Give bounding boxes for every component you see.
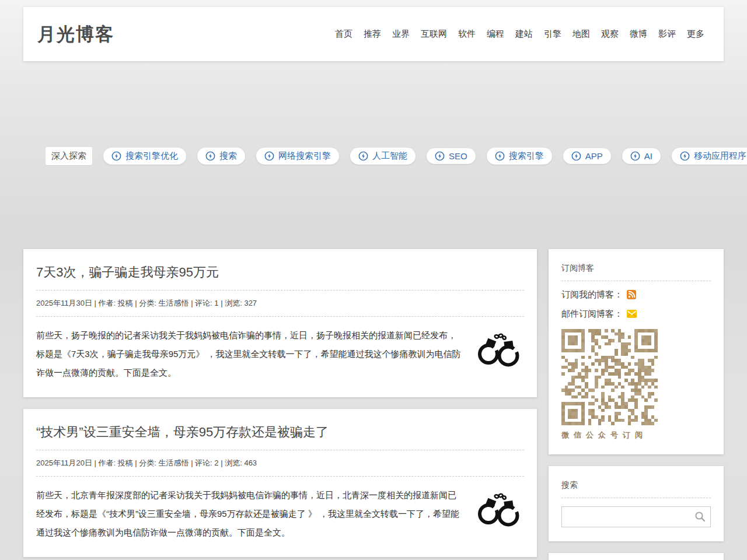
search-widget: 搜索 [549,466,724,541]
nav-item-programming[interactable]: 编程 [487,29,504,40]
article-excerpt: 前些天，北京青年报深度部的记者采访我关于我妈妈被电信诈骗的事情，近日，北青深一度… [36,486,524,542]
handcuffs-image [476,491,521,529]
search-input[interactable] [561,506,711,527]
sidebar: 订阅博客 订阅我的博客： 邮件订阅博客： [549,249,724,560]
handcuffs-image [476,331,521,369]
article-list: 7天3次，骗子骗走我母亲95万元 2025年11月30日 | 作者: 投稿 | … [23,249,537,557]
search-icon[interactable] [694,511,706,524]
tag-pill-seo-optimization[interactable]: 搜索引擎优化 [103,148,186,164]
tag-pill-mobile-app[interactable]: 移动应用程序 [672,148,747,164]
tag-label: SEO [449,151,467,161]
explore-row: 深入探索 搜索引擎优化 搜索 网络搜索引擎 人工智能 SEO 搜索引擎 APP [23,147,724,165]
tag-label: 搜索 [219,150,237,162]
wechat-qr-code [561,329,658,425]
nav-item-industry[interactable]: 业界 [392,29,410,40]
nav-item-observe[interactable]: 观察 [601,29,619,40]
page: 月光博客 首页 推荐 业界 互联网 软件 编程 建站 引擎 地图 观察 微博 影… [23,7,724,560]
nav-item-more[interactable]: 更多 [687,29,704,40]
bolt-circle-icon [264,151,274,161]
nav-item-software[interactable]: 软件 [458,29,476,40]
site-header: 月光博客 首页 推荐 业界 互联网 软件 编程 建站 引擎 地图 观察 微博 影… [23,7,724,61]
rss-subscribe-label: 订阅我的博客： [561,285,623,304]
tag-label: 网络搜索引擎 [278,150,331,162]
divider [561,498,711,498]
nav-item-review[interactable]: 影评 [658,29,676,40]
bolt-circle-icon [571,151,581,161]
tag-pill-ai[interactable]: AI [622,148,661,164]
tag-pill-app[interactable]: APP [563,148,611,164]
nav-item-recommend[interactable]: 推荐 [364,29,381,40]
bolt-circle-icon [111,151,121,161]
article-card: 7天3次，骗子骗走我母亲95万元 2025年11月30日 | 作者: 投稿 | … [23,249,537,397]
subscribe-widget: 订阅博客 订阅我的博客： 邮件订阅博客： [549,249,724,454]
tag-label: AI [644,151,652,161]
divider [561,281,711,281]
bolt-circle-icon [680,151,690,161]
tag-pill-ai-chinese[interactable]: 人工智能 [350,148,416,164]
sidebar-widget-stub [549,553,724,560]
mail-icon[interactable] [627,310,637,318]
tag-pill-web-search-engine[interactable]: 网络搜索引擎 [256,148,339,164]
tag-label: 搜索引擎 [509,150,544,162]
content-area: 7天3次，骗子骗走我母亲95万元 2025年11月30日 | 作者: 投稿 | … [23,249,724,560]
tag-pill-seo[interactable]: SEO [427,148,476,164]
tag-label: APP [585,151,603,161]
bolt-circle-icon [358,151,368,161]
article-excerpt: 前些天，扬子晚报的的记者采访我关于我妈妈被电信诈骗的事情，近日，扬子晚报相关的报… [36,326,524,382]
rss-icon[interactable] [627,290,636,299]
qr-caption: 微信公众号订阅 [561,430,711,440]
tag-label: 人工智能 [372,150,407,162]
nav-item-weibo[interactable]: 微博 [630,29,647,40]
article-meta: 2025年11月30日 | 作者: 投稿 | 分类: 生活感悟 | 评论: 1 … [36,290,524,316]
nav-item-internet[interactable]: 互联网 [421,29,447,40]
tag-label: 移动应用程序 [694,150,746,162]
site-logo[interactable]: 月光博客 [37,22,114,47]
explore-label: 深入探索 [46,147,92,165]
article-title[interactable]: 7天3次，骗子骗走我母亲95万元 [36,264,524,281]
bolt-circle-icon [630,151,640,161]
divider [36,316,524,317]
widget-heading: 订阅博客 [561,263,711,274]
divider [36,476,524,477]
nav-item-engine[interactable]: 引擎 [544,29,561,40]
main-nav: 首页 推荐 业界 互联网 软件 编程 建站 引擎 地图 观察 微博 影评 更多 [324,29,704,40]
mail-subscribe-label: 邮件订阅博客： [561,304,623,323]
article-title[interactable]: “技术男”设三重安全墙，母亲95万存款还是被骗走了 [36,424,524,441]
article-card: “技术男”设三重安全墙，母亲95万存款还是被骗走了 2025年11月20日 | … [23,409,537,557]
article-meta: 2025年11月20日 | 作者: 投稿 | 分类: 生活感悟 | 评论: 2 … [36,450,524,476]
widget-heading: 搜索 [561,480,711,491]
tag-pill-search-engine[interactable]: 搜索引擎 [487,148,552,164]
nav-item-sitebuilding[interactable]: 建站 [515,29,533,40]
nav-item-home[interactable]: 首页 [335,29,352,40]
bolt-circle-icon [205,151,215,161]
bolt-circle-icon [495,151,505,161]
tag-pill-search[interactable]: 搜索 [197,148,245,164]
tag-label: 搜索引擎优化 [125,150,178,162]
bolt-circle-icon [435,151,445,161]
nav-item-map[interactable]: 地图 [573,29,590,40]
